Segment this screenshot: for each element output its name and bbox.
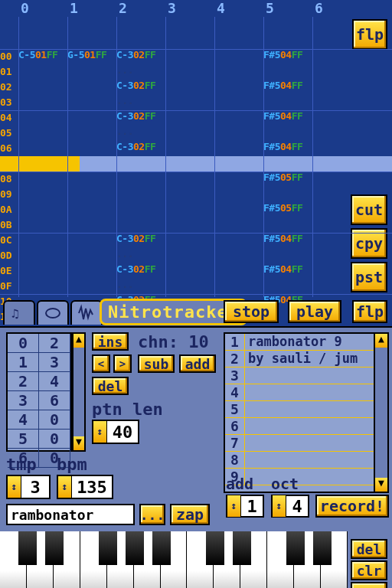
- pattern-cell[interactable]: [312, 141, 361, 156]
- pattern-cell[interactable]: [18, 263, 67, 279]
- prev-button[interactable]: <: [92, 354, 110, 373]
- pattern-cell[interactable]: [18, 95, 67, 110]
- sample-row[interactable]: 7: [225, 435, 387, 452]
- pattern-cell[interactable]: [18, 172, 67, 187]
- pattern-cell[interactable]: [116, 202, 165, 217]
- pattern-cell[interactable]: [67, 141, 116, 156]
- black-key[interactable]: [18, 531, 37, 565]
- pattern-cell[interactable]: [18, 279, 67, 294]
- pattern-cell[interactable]: [165, 110, 214, 126]
- oct-input[interactable]: ↕4: [271, 495, 309, 518]
- pattern-cell[interactable]: [18, 187, 67, 202]
- pattern-cell[interactable]: [18, 64, 67, 80]
- tab-wave[interactable]: [70, 300, 103, 325]
- scroll-down-icon[interactable]: ▼: [74, 436, 84, 450]
- seq-pat[interactable]: 3: [39, 353, 70, 371]
- next-button[interactable]: >: [113, 354, 132, 373]
- pattern-cell[interactable]: [214, 49, 263, 64]
- seq-pat[interactable]: 6: [39, 391, 70, 410]
- sequence-list[interactable]: 02132436405060: [6, 332, 72, 452]
- pattern-cell[interactable]: C-302FF: [116, 49, 165, 64]
- sample-row[interactable]: 5: [225, 401, 387, 418]
- pattern-cell[interactable]: ...: [116, 279, 165, 294]
- insert-button[interactable]: ins: [92, 332, 129, 351]
- sample-row[interactable]: 4: [225, 384, 387, 401]
- pattern-cell[interactable]: [263, 217, 312, 233]
- add-input[interactable]: ↕1: [226, 495, 264, 518]
- zap-button[interactable]: zap: [170, 504, 210, 525]
- scroll-down-icon[interactable]: ▼: [375, 478, 387, 492]
- seq-pos[interactable]: 3: [8, 391, 39, 410]
- seq-pos[interactable]: 5: [8, 430, 39, 448]
- pattern-cell[interactable]: [214, 95, 263, 110]
- pattern-cell[interactable]: F#504FF: [263, 110, 312, 126]
- black-key[interactable]: [286, 531, 305, 565]
- pattern-cell[interactable]: ...: [116, 64, 165, 80]
- pattern-cell[interactable]: [165, 279, 214, 294]
- pattern-cell[interactable]: [263, 95, 312, 110]
- spinner-icon[interactable]: ↕: [93, 421, 107, 443]
- pattern-cell[interactable]: [214, 141, 263, 156]
- pattern-cell[interactable]: [165, 95, 214, 110]
- scroll-up-icon[interactable]: ▲: [74, 334, 84, 348]
- flip2-button[interactable]: flp: [352, 300, 387, 323]
- pattern-cell[interactable]: [18, 110, 67, 126]
- pattern-cell[interactable]: [214, 217, 263, 233]
- pattern-cell[interactable]: [18, 217, 67, 233]
- stop-button[interactable]: stop: [224, 300, 279, 323]
- pattern-cell[interactable]: [263, 279, 312, 294]
- pattern-cell[interactable]: F#505FF: [263, 202, 312, 217]
- pattern-cell[interactable]: ...: [116, 126, 165, 141]
- delete-button[interactable]: del: [92, 377, 129, 395]
- pattern-cell[interactable]: [214, 126, 263, 141]
- scroll-up-icon[interactable]: ▲: [375, 334, 387, 348]
- pattern-cell[interactable]: [67, 263, 116, 279]
- pattern-cell[interactable]: F#504FF: [263, 263, 312, 279]
- pattern-cell[interactable]: [312, 110, 361, 126]
- pattern-cell[interactable]: [312, 64, 361, 80]
- pattern-cell[interactable]: [116, 172, 165, 187]
- tab-disk[interactable]: [37, 300, 69, 325]
- pattern-cell[interactable]: [214, 64, 263, 80]
- pattern-cell[interactable]: F#504FF: [263, 80, 312, 95]
- pattern-cell[interactable]: [214, 263, 263, 279]
- pattern-cell[interactable]: [214, 279, 263, 294]
- black-key[interactable]: [99, 531, 117, 565]
- pattern-cell[interactable]: [18, 202, 67, 217]
- pattern-cell[interactable]: [214, 110, 263, 126]
- pattern-cell[interactable]: [214, 233, 263, 248]
- seq-pos[interactable]: 0: [8, 334, 39, 352]
- sample-row[interactable]: 3: [225, 368, 387, 384]
- pattern-cell[interactable]: C-501FF: [18, 49, 67, 64]
- add-button[interactable]: add: [179, 354, 216, 373]
- pattern-cell[interactable]: [165, 80, 214, 95]
- pattern-cell[interactable]: [214, 80, 263, 95]
- pattern-len-input[interactable]: ↕40: [92, 420, 139, 444]
- seq-pat[interactable]: 4: [39, 372, 70, 390]
- clear-button[interactable]: clr: [351, 560, 387, 580]
- pattern-cell[interactable]: [18, 233, 67, 248]
- pattern-cell[interactable]: [165, 187, 214, 202]
- pattern-cell[interactable]: [67, 187, 116, 202]
- subtract-button[interactable]: sub: [138, 354, 175, 373]
- pattern-cell[interactable]: [312, 126, 361, 141]
- pattern-cell[interactable]: [165, 248, 214, 263]
- pattern-cell[interactable]: [67, 64, 116, 80]
- pattern-cell[interactable]: [214, 172, 263, 187]
- pattern-cell[interactable]: [67, 126, 116, 141]
- pattern-cell[interactable]: [165, 49, 214, 64]
- pattern-cell[interactable]: [263, 187, 312, 202]
- pattern-cell[interactable]: [18, 80, 67, 95]
- pattern-cell[interactable]: [214, 187, 263, 202]
- black-key[interactable]: [206, 531, 224, 565]
- sample-row[interactable]: 8: [225, 452, 387, 469]
- spinner-icon[interactable]: ↕: [227, 495, 241, 517]
- pattern-cell[interactable]: [263, 126, 312, 141]
- pattern-cell[interactable]: [263, 248, 312, 263]
- record-button[interactable]: record!: [315, 495, 389, 518]
- pattern-cell[interactable]: [312, 80, 361, 95]
- pattern-cell[interactable]: [214, 248, 263, 263]
- pattern-cell[interactable]: C-302FF: [116, 263, 165, 279]
- spinner-icon[interactable]: ↕: [8, 476, 21, 498]
- pattern-cell[interactable]: [18, 141, 67, 156]
